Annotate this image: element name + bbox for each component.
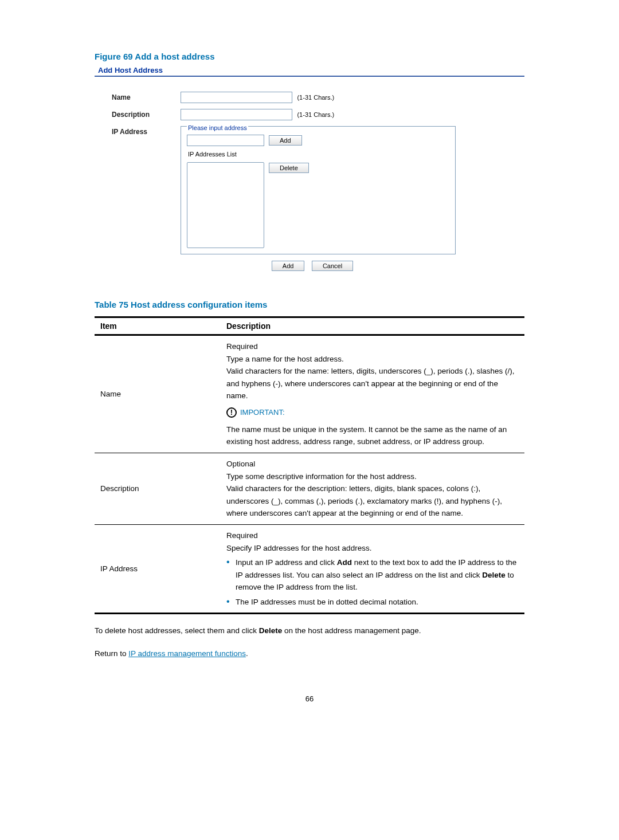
cell-item-description: Description	[95, 453, 221, 524]
cell-desc-description: Optional Type some descriptive informati…	[221, 453, 524, 524]
text: on the host address management page.	[282, 626, 421, 635]
name-input[interactable]	[181, 92, 292, 103]
description-input[interactable]	[181, 109, 292, 120]
name-hint: (1-31 Chars.)	[297, 94, 334, 101]
important-label: IMPORTANT:	[240, 407, 285, 419]
text: Specify IP addresses for the host addres…	[226, 542, 519, 555]
table-row: Description Optional Type some descripti…	[95, 453, 524, 524]
th-item: Item	[95, 317, 221, 335]
delete-ip-button[interactable]: Delete	[269, 163, 309, 173]
text: Required	[226, 529, 519, 542]
text: Required	[226, 340, 519, 353]
form-area: Name (1-31 Chars.) Description (1-31 Cha…	[95, 86, 524, 277]
text: Type some descriptive information for th…	[226, 470, 519, 483]
name-label: Name	[112, 92, 181, 101]
bold-text: Add	[337, 558, 352, 567]
fieldset-legend-input: Please input address	[187, 124, 248, 131]
table-caption: Table 75 Host address configuration item…	[95, 300, 524, 309]
table-row: Name Required Type a name for the host a…	[95, 335, 524, 453]
cell-desc-name: Required Type a name for the host addres…	[221, 335, 524, 453]
ip-mgmt-link[interactable]: IP address management functions	[128, 649, 246, 658]
important-icon: !	[226, 407, 237, 418]
description-hint: (1-31 Chars.)	[297, 111, 334, 118]
cancel-button[interactable]: Cancel	[312, 261, 353, 271]
cell-item-name: Name	[95, 335, 221, 453]
text: .	[246, 649, 248, 658]
text: Optional	[226, 458, 519, 470]
important-callout: ! IMPORTANT:	[226, 407, 519, 419]
text: Valid characters for the name: letters, …	[226, 365, 519, 402]
bold-text: Delete	[259, 626, 283, 635]
bullet-list: Input an IP address and click Add next t…	[226, 556, 519, 608]
text: Valid characters for the description: le…	[226, 482, 519, 520]
screenshot-panel: Add Host Address Name (1-31 Chars.) Desc…	[95, 66, 524, 277]
name-row: Name (1-31 Chars.)	[112, 92, 513, 103]
text: Return to	[95, 649, 128, 658]
ip-input[interactable]	[187, 135, 264, 146]
config-table: Item Description Name Required Type a na…	[95, 316, 524, 614]
text: To delete host addresses, select them an…	[95, 626, 259, 635]
list-item: Input an IP address and click Add next t…	[226, 556, 519, 594]
ip-address-label: IP Address	[112, 126, 181, 136]
bottom-button-row: Add Cancel	[112, 260, 513, 271]
ip-fieldset: Please input address Add IP Addresses Li…	[181, 126, 456, 254]
ip-address-row: IP Address Please input address Add IP A…	[112, 126, 513, 254]
figure-caption: Figure 69 Add a host address	[95, 52, 524, 61]
bold-text: Delete	[482, 571, 506, 579]
footer-paragraph-1: To delete host addresses, select them an…	[95, 625, 524, 637]
footer-paragraph-2: Return to IP address management function…	[95, 647, 524, 660]
fieldset-legend-list: IP Addresses List	[187, 151, 238, 158]
ip-addresses-list[interactable]	[187, 162, 264, 248]
add-button[interactable]: Add	[272, 261, 305, 271]
page-number: 66	[95, 694, 524, 703]
description-label: Description	[112, 109, 181, 119]
add-ip-button[interactable]: Add	[269, 135, 302, 146]
panel-title: Add Host Address	[98, 66, 524, 74]
text: Input an IP address and click	[236, 558, 337, 567]
text: Type a name for the host address.	[226, 353, 519, 366]
th-description: Description	[221, 317, 524, 335]
list-item: The IP addresses must be in dotted decim…	[226, 596, 519, 609]
table-row: IP Address Required Specify IP addresses…	[95, 524, 524, 614]
cell-desc-ip: Required Specify IP addresses for the ho…	[221, 524, 524, 614]
text: The name must be unique in the system. I…	[226, 423, 519, 448]
divider	[95, 76, 524, 77]
cell-item-ip: IP Address	[95, 524, 221, 614]
description-row: Description (1-31 Chars.)	[112, 109, 513, 120]
